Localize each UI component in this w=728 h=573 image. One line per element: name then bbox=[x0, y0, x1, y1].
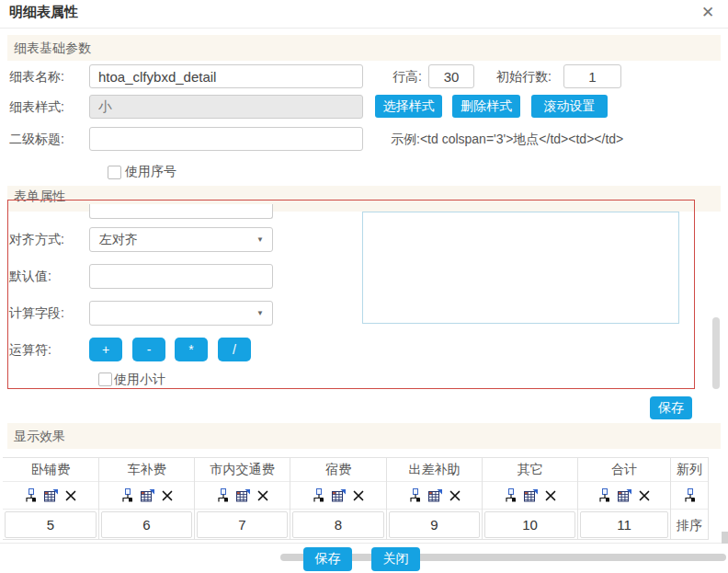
vertical-scrollbar-thumb[interactable] bbox=[712, 317, 720, 389]
form-save-button[interactable]: 保存 bbox=[650, 396, 692, 419]
use-index-checkbox[interactable] bbox=[108, 166, 121, 179]
table-style-icon[interactable] bbox=[524, 489, 538, 502]
column-order-value[interactable]: 11 bbox=[580, 511, 668, 538]
align-label: 对齐方式: bbox=[9, 227, 64, 251]
use-subtotal-checkbox[interactable] bbox=[98, 372, 112, 386]
delete-style-button[interactable]: 删除样式 bbox=[452, 95, 520, 118]
column-order-value[interactable]: 7 bbox=[197, 511, 288, 538]
preview-column: 其它10 bbox=[483, 458, 578, 540]
preview-column-header: 车补费 bbox=[99, 458, 194, 482]
close-icon[interactable]: ✕ bbox=[697, 1, 719, 24]
column-icon-toolbar bbox=[99, 482, 194, 510]
section-preview-label: 显示效果 bbox=[7, 423, 721, 449]
column-icon-toolbar bbox=[3, 482, 98, 510]
use-subtotal-label: 使用小计 bbox=[114, 367, 165, 391]
preview-column: 卧铺费5 bbox=[3, 458, 99, 540]
title-divider bbox=[0, 28, 728, 29]
column-order-value[interactable]: 10 bbox=[484, 511, 575, 538]
dialog-title: 明细表属性 bbox=[9, 4, 78, 21]
align-select-value: 左对齐 bbox=[99, 228, 138, 251]
column-order-value[interactable]: 6 bbox=[101, 511, 192, 538]
insert-field-icon[interactable] bbox=[25, 488, 37, 502]
calc-preview-textarea[interactable] bbox=[362, 212, 679, 324]
scrollbar-corner bbox=[722, 532, 728, 544]
table-style-icon[interactable] bbox=[332, 489, 346, 502]
table-name-input[interactable] bbox=[89, 64, 363, 88]
table-style-label: 细表样式: bbox=[9, 95, 64, 119]
column-order-value[interactable]: 8 bbox=[292, 511, 384, 538]
insert-field-icon[interactable] bbox=[684, 488, 696, 502]
footer-save-button[interactable]: 保存 bbox=[303, 547, 352, 571]
preview-column: 新列排序 bbox=[671, 458, 709, 540]
calc-field-select[interactable]: ▼ bbox=[89, 301, 273, 326]
footer-close-button[interactable]: 关闭 bbox=[371, 547, 420, 571]
operator-divide-button[interactable]: / bbox=[218, 338, 251, 361]
column-icon-toolbar bbox=[483, 482, 577, 510]
delete-column-icon[interactable] bbox=[449, 490, 461, 501]
section-basic-params-label: 细表基础参数 bbox=[7, 35, 721, 61]
preview-column: 宿费8 bbox=[290, 458, 387, 540]
preview-table: 卧铺费5车补费6市内交通费7宿费8出差补助9其它10合计11新列排序 bbox=[3, 457, 709, 540]
column-icon-toolbar bbox=[578, 482, 670, 510]
preview-column: 车补费6 bbox=[99, 458, 195, 540]
preview-column: 合计11 bbox=[578, 458, 671, 540]
table-style-icon[interactable] bbox=[618, 489, 631, 502]
preview-column: 市内交通费7 bbox=[195, 458, 290, 540]
row-height-input[interactable] bbox=[428, 64, 474, 88]
scroll-settings-button[interactable]: 滚动设置 bbox=[531, 95, 608, 118]
preview-column-header: 合计 bbox=[578, 458, 670, 482]
delete-column-icon[interactable] bbox=[257, 490, 268, 501]
column-icon-toolbar bbox=[671, 482, 708, 510]
detail-table-properties-dialog: 明细表属性 ✕ 细表基础参数 细表名称: 行高: 初始行数: 细表样式: 选择样… bbox=[0, 0, 728, 573]
delete-column-icon[interactable] bbox=[639, 490, 650, 501]
calc-field-label: 计算字段: bbox=[9, 301, 64, 325]
column-icon-toolbar bbox=[195, 482, 290, 510]
table-style-input bbox=[89, 95, 363, 119]
chevron-down-icon: ▼ bbox=[256, 235, 264, 244]
footer-divider bbox=[0, 543, 728, 544]
insert-field-icon[interactable] bbox=[121, 488, 133, 502]
use-index-label: 使用序号 bbox=[125, 159, 176, 183]
column-icon-toolbar bbox=[290, 482, 386, 510]
insert-field-icon[interactable] bbox=[598, 488, 610, 502]
delete-column-icon[interactable] bbox=[353, 490, 364, 501]
section-form-props-label: 表单属性 bbox=[7, 186, 721, 205]
row-height-label: 行高: bbox=[392, 64, 422, 88]
default-value-label: 默认值: bbox=[9, 264, 51, 288]
preview-column-header: 其它 bbox=[483, 458, 577, 482]
operator-multiply-button[interactable]: * bbox=[175, 338, 208, 361]
table-name-label: 细表名称: bbox=[9, 64, 64, 88]
select-style-button[interactable]: 选择样式 bbox=[375, 95, 442, 118]
align-select[interactable]: 左对齐 ▼ bbox=[89, 227, 273, 252]
delete-column-icon[interactable] bbox=[162, 490, 173, 501]
subtitle-label: 二级标题: bbox=[9, 127, 64, 151]
column-order-value[interactable]: 5 bbox=[5, 511, 97, 538]
column-order-value[interactable]: 9 bbox=[389, 511, 480, 538]
section-preview: 显示效果 bbox=[7, 423, 721, 449]
subtitle-input[interactable] bbox=[89, 127, 363, 151]
table-style-icon[interactable] bbox=[141, 489, 154, 502]
initial-rows-input[interactable] bbox=[563, 64, 621, 88]
delete-column-icon[interactable] bbox=[65, 490, 76, 501]
preview-column-header: 卧铺费 bbox=[3, 458, 98, 482]
initial-rows-label: 初始行数: bbox=[496, 64, 552, 88]
insert-field-icon[interactable] bbox=[313, 488, 324, 502]
preview-column-header: 新列 bbox=[671, 458, 708, 482]
table-style-icon[interactable] bbox=[428, 489, 442, 502]
operator-minus-button[interactable]: - bbox=[132, 338, 165, 361]
preview-column: 出差补助9 bbox=[387, 458, 483, 540]
default-value-input[interactable] bbox=[89, 264, 273, 289]
operator-label: 运算符: bbox=[9, 338, 51, 361]
sort-label: 排序 bbox=[671, 510, 708, 539]
clipped-input[interactable] bbox=[89, 204, 273, 219]
column-icon-toolbar bbox=[387, 482, 482, 510]
table-style-icon[interactable] bbox=[44, 489, 58, 502]
preview-column-header: 宿费 bbox=[290, 458, 386, 482]
operator-plus-button[interactable]: + bbox=[89, 338, 122, 361]
section-basic-params: 细表基础参数 bbox=[7, 35, 721, 61]
insert-field-icon[interactable] bbox=[505, 488, 517, 502]
insert-field-icon[interactable] bbox=[217, 488, 229, 502]
insert-field-icon[interactable] bbox=[409, 488, 421, 502]
table-style-icon[interactable] bbox=[236, 489, 250, 502]
delete-column-icon[interactable] bbox=[545, 490, 556, 501]
